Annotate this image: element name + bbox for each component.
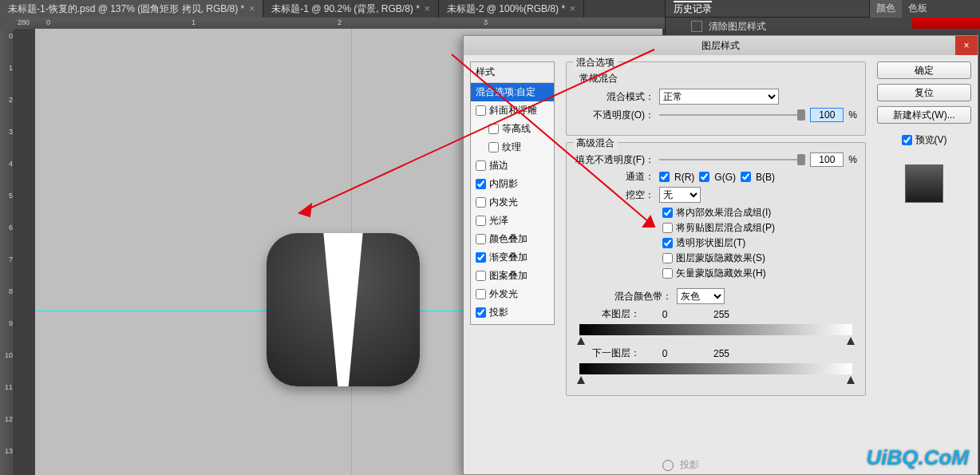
percent-label: %	[848, 154, 857, 165]
ruler-tick: 9	[2, 319, 13, 327]
svg-line-2	[452, 54, 654, 227]
vector-mask-hides-checkbox[interactable]	[662, 268, 673, 279]
close-icon[interactable]: ×	[249, 3, 255, 14]
pattern-overlay-checkbox[interactable]	[476, 271, 486, 281]
channel-b-checkbox[interactable]	[741, 172, 751, 182]
range-min: 0	[645, 309, 685, 320]
ok-button[interactable]: 确定	[877, 61, 971, 79]
ruler-tick: 2	[2, 96, 13, 104]
ruler-tick: 13	[2, 447, 13, 455]
close-icon[interactable]: ×	[425, 3, 430, 14]
ruler-tick: 2	[338, 18, 342, 26]
this-layer-label: 本图层：	[575, 307, 640, 321]
under-layer-gradient[interactable]	[579, 363, 852, 374]
dialog-title: 图层样式	[701, 39, 740, 53]
ruler-vertical[interactable]: 0 1 2 3 4 5 6 7 8 9 10 11 12 13	[0, 30, 14, 475]
ruler-tick: 10	[2, 351, 13, 359]
svg-marker-1	[299, 204, 311, 216]
this-layer-gradient[interactable]	[579, 324, 852, 335]
panel-tab-swatches[interactable]: 色板	[902, 0, 934, 18]
doc-tab-1-label: 未标题-1-恢复的.psd @ 137% (圆角矩形 拷贝, RGB/8) *	[8, 2, 244, 16]
ruler-tick: 6	[2, 224, 13, 232]
color-panel-tabs: 颜色 色板	[869, 0, 980, 18]
blend-clipped-label: 将剪贴图层混合成组(P)	[676, 221, 775, 235]
channel-b-label: B(B)	[756, 172, 775, 183]
panel-tab-color[interactable]: 颜色	[870, 0, 902, 18]
layer-mask-hides-checkbox[interactable]	[662, 253, 673, 263]
drop-shadow-checkbox[interactable]	[476, 307, 486, 318]
close-icon: ×	[963, 40, 969, 51]
ruler-tick: 3	[484, 18, 488, 26]
range-max: 255	[690, 348, 753, 359]
percent-label: %	[848, 109, 857, 121]
preview-label: 预览(V)	[915, 133, 947, 147]
channel-g-checkbox[interactable]	[699, 172, 709, 182]
annotation-arrow-2	[447, 48, 678, 239]
doc-tab-2[interactable]: 未标题-1 @ 90.2% (背景, RGB/8) *×	[263, 0, 439, 18]
layers-item[interactable]: 投影	[662, 458, 699, 472]
watermark: UiBQ.CoM	[866, 445, 969, 470]
opacity-input[interactable]	[810, 108, 844, 122]
range-min: 0	[645, 348, 685, 359]
ruler-tick: 8	[2, 287, 13, 295]
style-pattern-overlay[interactable]: 图案叠加	[471, 267, 554, 285]
style-drop-shadow[interactable]: 投影	[471, 303, 554, 322]
opacity-slider[interactable]	[659, 109, 805, 121]
doc-tab-1[interactable]: 未标题-1-恢复的.psd @ 137% (圆角矩形 拷贝, RGB/8) *×	[0, 0, 263, 18]
transparency-shapes-label: 透明形状图层(T)	[676, 236, 745, 250]
style-outer-glow[interactable]: 外发光	[471, 285, 554, 303]
preview-swatch	[905, 164, 943, 203]
doc-tab-3[interactable]: 未标题-2 @ 100%(RGB/8) *×	[439, 0, 584, 18]
layer-mask-hides-label: 图层蒙版隐藏效果(S)	[676, 251, 765, 265]
ruler-tick: 0	[2, 32, 13, 40]
blend-if-select[interactable]: 灰色	[677, 288, 725, 304]
visibility-icon[interactable]	[662, 460, 674, 471]
ruler-tick: 0	[46, 18, 50, 26]
close-icon[interactable]: ×	[570, 3, 575, 14]
preview-checkbox[interactable]	[902, 135, 912, 145]
new-style-button[interactable]: 新建样式(W)...	[877, 106, 971, 124]
ruler-tick: 5	[2, 192, 13, 200]
history-item[interactable]: 清除图层样式	[709, 20, 766, 34]
cancel-button[interactable]: 复位	[877, 84, 971, 101]
under-layer-label: 下一图层：	[575, 346, 640, 360]
close-button[interactable]: ×	[955, 36, 978, 55]
ruler-tick: 1	[2, 64, 13, 72]
effect-label: 投影	[680, 458, 699, 472]
ruler-tick: 280	[18, 18, 30, 26]
ruler-tick: 12	[2, 415, 13, 423]
ruler-tick: 4	[2, 160, 13, 168]
outer-glow-checkbox[interactable]	[476, 289, 486, 299]
dialog-buttons: 确定 复位 新建样式(W)... 预览(V)	[877, 61, 971, 468]
blend-if-label: 混合颜色带：	[614, 290, 672, 303]
color-strip[interactable]	[912, 18, 980, 29]
blend-interior-label: 将内部效果混合成组(I)	[676, 206, 771, 220]
history-item-icon	[691, 21, 702, 32]
channel-g-label: G(G)	[714, 172, 736, 183]
ruler-tick: 11	[2, 383, 13, 391]
fill-opacity-input[interactable]	[810, 152, 844, 167]
ruler-tick: 1	[192, 18, 196, 26]
doc-tab-3-label: 未标题-2 @ 100%(RGB/8) *	[447, 2, 565, 16]
range-max: 255	[690, 309, 753, 320]
vector-mask-hides-label: 矢量蒙版隐藏效果(H)	[676, 267, 766, 280]
doc-tab-2-label: 未标题-1 @ 90.2% (背景, RGB/8) *	[271, 2, 420, 16]
fill-opacity-slider[interactable]	[659, 154, 805, 165]
ruler-tick: 3	[2, 128, 13, 136]
panel-tab-history[interactable]: 历史记录	[674, 1, 712, 16]
ruler-tick: 7	[2, 255, 13, 263]
